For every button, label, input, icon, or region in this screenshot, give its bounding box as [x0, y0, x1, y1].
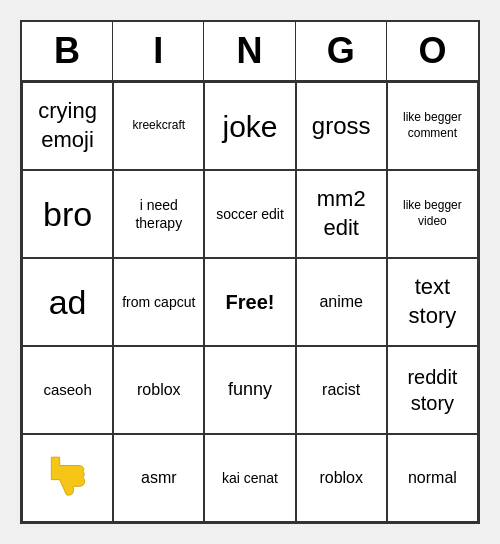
cell-16: roblox	[113, 346, 204, 434]
cell-13: anime	[296, 258, 387, 346]
cell-3: gross	[296, 82, 387, 170]
cell-14: text story	[387, 258, 478, 346]
cell-17: funny	[204, 346, 295, 434]
cell-18: racist	[296, 346, 387, 434]
cell-20-thumb	[22, 434, 113, 522]
cell-8: mm2 edit	[296, 170, 387, 258]
cell-24: normal	[387, 434, 478, 522]
header-i: I	[113, 22, 204, 80]
cell-19: reddit story	[387, 346, 478, 434]
cell-23: roblox	[296, 434, 387, 522]
cell-7: soccer edit	[204, 170, 295, 258]
cell-4: like begger comment	[387, 82, 478, 170]
cell-22: kai cenat	[204, 434, 295, 522]
cell-1: kreekcraft	[113, 82, 204, 170]
cell-10: ad	[22, 258, 113, 346]
cell-0: crying emoji	[22, 82, 113, 170]
header-n: N	[204, 22, 295, 80]
cell-21: asmr	[113, 434, 204, 522]
cell-5: bro	[22, 170, 113, 258]
bingo-grid: crying emoji kreekcraft joke gross like …	[22, 82, 478, 522]
bingo-header: B I N G O	[22, 22, 478, 82]
cell-11: from capcut	[113, 258, 204, 346]
cell-6: i need therapy	[113, 170, 204, 258]
header-b: B	[22, 22, 113, 80]
thumbs-down-icon	[43, 453, 93, 503]
cell-12-free: Free!	[204, 258, 295, 346]
header-g: G	[296, 22, 387, 80]
cell-9: like begger video	[387, 170, 478, 258]
cell-15: caseoh	[22, 346, 113, 434]
bingo-card: B I N G O crying emoji kreekcraft joke g…	[20, 20, 480, 524]
cell-2: joke	[204, 82, 295, 170]
header-o: O	[387, 22, 478, 80]
